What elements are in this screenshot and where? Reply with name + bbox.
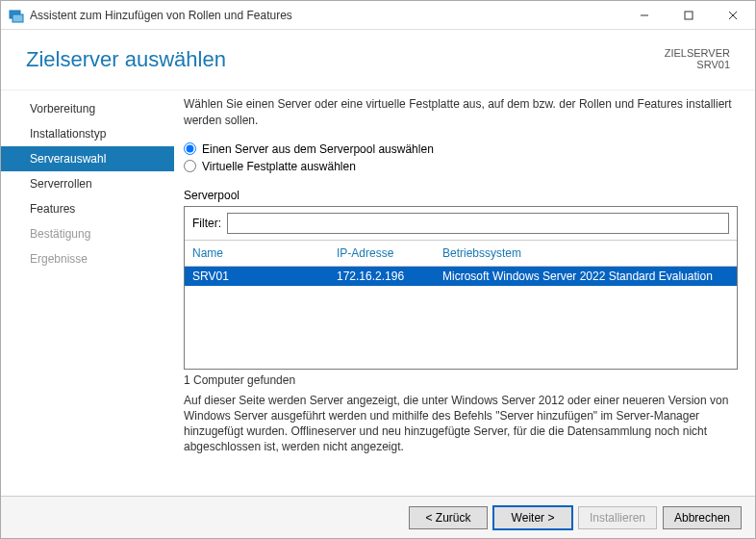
filter-label: Filter: — [192, 217, 221, 230]
install-button: Installieren — [578, 506, 657, 529]
radio-server-pool-input[interactable] — [184, 142, 196, 155]
col-header-ip[interactable]: IP-Adresse — [337, 246, 442, 260]
radio-vhd-input[interactable] — [184, 160, 196, 172]
close-button[interactable] — [711, 1, 755, 30]
sidebar-item-bestaetigung: Bestätigung — [1, 221, 174, 246]
server-pool-box: Filter: Name IP-Adresse Betriebssystem S… — [184, 206, 738, 370]
cancel-button[interactable]: Abbrechen — [663, 506, 742, 529]
maximize-button[interactable] — [667, 1, 711, 30]
sidebar-item-ergebnisse: Ergebnisse — [1, 246, 174, 271]
sidebar-item-features[interactable]: Features — [1, 196, 174, 221]
table-body: SRV01 172.16.2.196 Microsoft Windows Ser… — [185, 267, 737, 369]
table-header: Name IP-Adresse Betriebssystem — [185, 241, 737, 267]
footnote-text: Auf dieser Seite werden Server angezeigt… — [184, 393, 738, 455]
cell-os: Microsoft Windows Server 2022 Standard E… — [442, 270, 729, 283]
instruction-text: Wählen Sie einen Server oder eine virtue… — [184, 96, 738, 129]
header: Zielserver auswählen ZIELSERVER SRV01 — [1, 30, 755, 90]
footer: < Zurück Weiter > Installieren Abbrechen — [1, 496, 755, 538]
found-count: 1 Computer gefunden — [184, 373, 738, 387]
svg-rect-3 — [685, 12, 693, 19]
filter-input[interactable] — [227, 213, 729, 234]
filter-row: Filter: — [185, 207, 737, 241]
sidebar-item-installationstyp[interactable]: Installationstyp — [1, 121, 174, 146]
serverpool-label: Serverpool — [184, 189, 738, 202]
main-content: Wählen Sie einen Server oder eine virtue… — [174, 90, 755, 496]
radio-server-pool-label: Einen Server aus dem Serverpool auswähle… — [202, 142, 434, 156]
cell-ip: 172.16.2.196 — [337, 270, 442, 283]
minimize-button[interactable] — [622, 1, 667, 30]
radio-vhd-label: Virtuelle Festplatte auswählen — [202, 160, 356, 173]
sidebar-item-serverrollen[interactable]: Serverrollen — [1, 171, 174, 196]
svg-rect-1 — [13, 14, 23, 22]
titlebar: Assistent zum Hinzufügen von Rollen und … — [1, 1, 755, 30]
sidebar-item-serverauswahl[interactable]: Serverauswahl — [1, 146, 174, 171]
page-title: Zielserver auswählen — [26, 47, 226, 72]
cell-name: SRV01 — [192, 270, 337, 283]
back-button[interactable]: < Zurück — [409, 506, 488, 529]
destination-label: ZIELSERVER — [665, 47, 730, 59]
radio-server-pool[interactable]: Einen Server aus dem Serverpool auswähle… — [184, 142, 738, 156]
next-button[interactable]: Weiter > — [493, 506, 572, 529]
radio-vhd[interactable]: Virtuelle Festplatte auswählen — [184, 160, 738, 173]
col-header-name[interactable]: Name — [192, 246, 337, 260]
window-title: Assistent zum Hinzufügen von Rollen und … — [30, 9, 622, 22]
table-row[interactable]: SRV01 172.16.2.196 Microsoft Windows Ser… — [185, 267, 737, 286]
app-icon — [9, 8, 24, 23]
destination-block: ZIELSERVER SRV01 — [665, 47, 730, 70]
col-header-os[interactable]: Betriebssystem — [442, 246, 729, 260]
sidebar-item-vorbereitung[interactable]: Vorbereitung — [1, 96, 174, 121]
destination-value: SRV01 — [665, 59, 730, 70]
wizard-sidebar: Vorbereitung Installationstyp Serverausw… — [1, 90, 174, 496]
